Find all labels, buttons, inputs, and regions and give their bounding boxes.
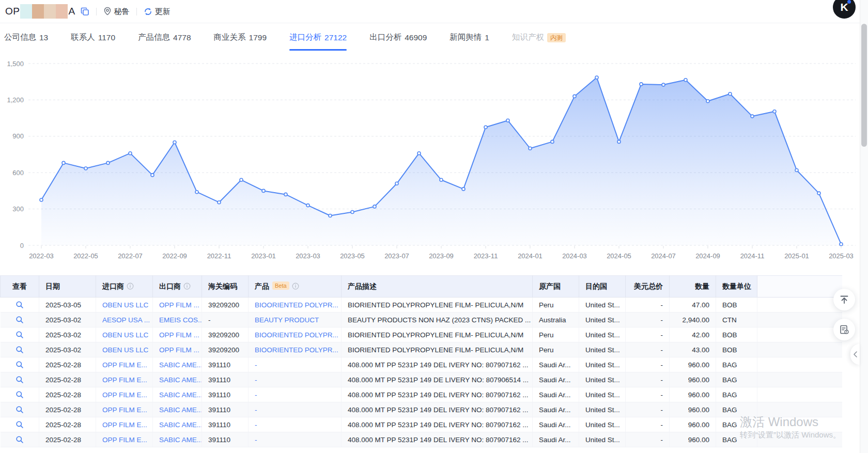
company-name: OP A [5,4,75,19]
magnifier-icon [16,405,24,414]
cell-hs-code: 391110 [202,432,249,447]
svg-text:2024-05: 2024-05 [607,252,631,260]
header-divider [96,8,97,15]
exporter-link[interactable]: EMEIS COS... [159,316,202,324]
refresh-icon[interactable] [144,7,152,16]
tab-label: 联系人 [71,32,95,43]
magnifier-icon [16,390,24,399]
redacted-company-name [20,4,68,19]
product-link[interactable]: - [255,406,257,414]
cell-quantity: 960.00 [670,402,716,417]
page-scrollbar-thumb[interactable] [861,24,867,147]
row-view-button[interactable] [14,299,25,310]
tab-6[interactable]: 新闻舆情1 [450,23,489,52]
importer-link[interactable]: OPP FILM E... [102,436,147,444]
cell-usd-total: - [626,357,670,372]
tab-5[interactable]: 出口分析46909 [369,23,427,52]
svg-text:1,200: 1,200 [7,96,24,104]
exporter-link[interactable]: OPP FILM ... [159,346,199,354]
avatar-letter: K [840,1,848,13]
exporter-link[interactable]: SABIC AME... [159,421,202,429]
cell-hs-code: 391110 [202,387,249,402]
tab-4[interactable]: 进口分析27122 [289,23,347,52]
importer-link[interactable]: OPP FILM E... [102,421,147,429]
copy-icon[interactable] [81,7,89,16]
product-link[interactable]: BIOORIENTED POLYPR... [255,331,338,339]
notification-dot [847,0,851,4]
tab-count: 46909 [405,33,427,42]
row-view-button[interactable] [14,389,25,400]
product-link[interactable]: BEAUTY PRODUCT [255,316,319,324]
tab-7[interactable]: 知识产权内测 [512,23,566,52]
svg-text:2025-01: 2025-01 [784,252,809,260]
product-link[interactable]: BIOORIENTED POLYPR... [255,301,338,309]
column-label: 出口商 [159,282,181,290]
cell-date: 2025-02-28 [39,372,96,387]
column-header-12 [757,276,843,298]
exporter-link[interactable]: OPP FILM ... [159,301,199,309]
row-view-button[interactable] [14,404,25,415]
product-link[interactable]: BIOORIENTED POLYPR... [255,346,338,354]
tab-label: 公司信息 [4,32,36,43]
company-location[interactable]: 秘鲁 [114,7,130,17]
page-scrollbar-track[interactable] [860,0,868,453]
cell-destination-country: United St... [579,342,626,357]
cell-empty [757,417,843,432]
svg-text:2022-05: 2022-05 [73,252,98,260]
exporter-link[interactable]: SABIC AME... [159,406,202,414]
cell-quantity: 960.00 [670,417,716,432]
row-view-button[interactable] [14,359,25,370]
importer-link[interactable]: OBEN US LLC [102,331,148,339]
cell-origin-country: Saudi Ar... [533,357,579,372]
cell-usd-total: - [626,298,670,313]
product-link[interactable]: - [255,436,257,444]
product-link[interactable]: - [255,421,257,429]
table-body: 2025-03-05OBEN US LLCOPP FILM ...3920920… [1,298,843,447]
product-link[interactable]: - [255,391,257,399]
exporter-link[interactable]: OPP FILM ... [159,331,199,339]
tab-0[interactable]: 公司信息13 [4,23,48,52]
exporter-link[interactable]: SABIC AME... [159,376,202,384]
importer-link[interactable]: OPP FILM E... [102,376,147,384]
cell-product-desc: 408.000 MT PP 5231P 149 DE LIVERY NO: 80… [342,372,533,387]
row-view-button[interactable] [14,434,25,445]
exporter-link[interactable]: SABIC AME... [159,361,202,369]
row-view-button[interactable] [14,314,25,325]
svg-text:2023-03: 2023-03 [296,252,320,260]
cell-product-desc: 408.000 MT PP 5231P 149 DEL IVERY NO: 80… [342,387,533,402]
table-row: 2025-03-02OBEN US LLCOPP FILM ...3920920… [1,342,843,357]
cell-date: 2025-03-02 [39,313,96,327]
row-view-button[interactable] [14,374,25,385]
cell-hs-code: 391110 [202,402,249,417]
row-view-button[interactable] [14,329,25,340]
update-button[interactable]: 更新 [155,7,171,17]
tab-2[interactable]: 产品信息4778 [138,23,191,52]
tab-1[interactable]: 联系人1170 [71,23,115,52]
importer-link[interactable]: OPP FILM E... [102,406,147,414]
row-view-button[interactable] [14,344,25,355]
product-link[interactable]: - [255,376,257,384]
table-row: 2025-02-28OPP FILM E...SABIC AME...39111… [1,417,843,432]
collapse-panel-handle[interactable] [850,344,860,365]
info-circle-icon[interactable] [183,283,191,291]
tab-3[interactable]: 商业关系1799 [214,23,267,52]
cell-quantity: 2,940.00 [670,313,716,327]
info-circle-icon[interactable] [292,283,299,291]
importer-link[interactable]: AESOP USA ... [102,316,150,324]
importer-link[interactable]: OBEN US LLC [102,301,148,309]
importer-link[interactable]: OBEN US LLC [102,346,148,354]
importer-link[interactable]: OPP FILM E... [102,361,147,369]
svg-text:2025-03: 2025-03 [829,252,854,260]
exporter-link[interactable]: SABIC AME... [159,436,202,444]
back-to-top-button[interactable] [833,289,855,310]
import-records-table: 查看日期进口商出口商海关编码产品Beta产品描述原产国目的国美元总价数量数量单位… [0,275,842,447]
product-link[interactable]: - [255,361,257,369]
report-button[interactable] [833,319,855,340]
cell-destination-country: United St... [579,357,626,372]
svg-text:2024-01: 2024-01 [518,252,542,260]
info-circle-icon[interactable] [127,283,134,291]
importer-link[interactable]: OPP FILM E... [102,391,147,399]
magnifier-icon [16,316,24,324]
exporter-link[interactable]: SABIC AME... [159,391,202,399]
row-view-button[interactable] [14,419,25,430]
